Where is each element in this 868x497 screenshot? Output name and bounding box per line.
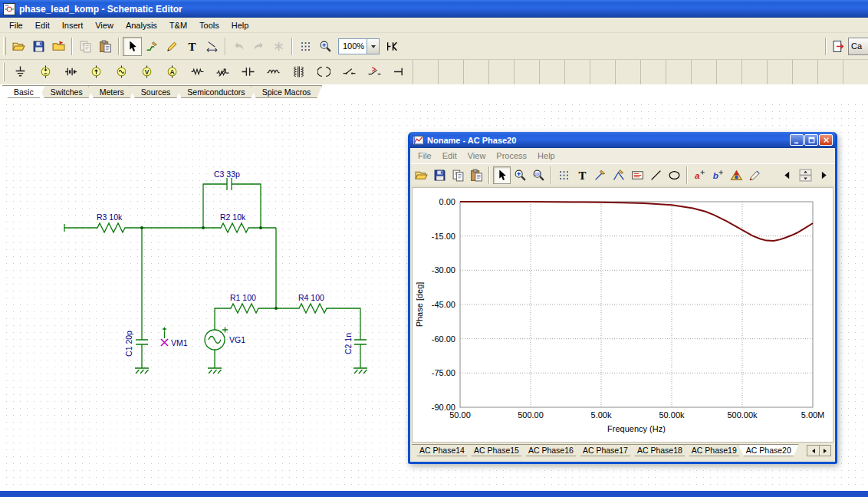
tab-scroll-left-button[interactable] bbox=[807, 446, 819, 456]
menu-file[interactable]: File bbox=[3, 18, 29, 32]
component-c3[interactable]: C3 33p bbox=[214, 170, 240, 190]
slash-button[interactable] bbox=[647, 166, 665, 184]
ground-symbols[interactable] bbox=[135, 368, 367, 374]
tab-ac-phase18[interactable]: AC Phase18 bbox=[630, 444, 690, 456]
component-r1[interactable]: R1 100 bbox=[227, 293, 262, 313]
switch-button[interactable] bbox=[337, 60, 362, 84]
tab-semiconductors[interactable]: Semiconductors bbox=[176, 85, 256, 98]
dimension-button[interactable] bbox=[202, 37, 222, 56]
toolbar-grip[interactable] bbox=[3, 37, 6, 55]
open-button[interactable] bbox=[413, 166, 430, 184]
menu-view[interactable]: View bbox=[89, 18, 120, 32]
diagram-window[interactable]: Noname - AC Phase20 FileEditViewProcessH… bbox=[408, 132, 837, 464]
component-r3[interactable]: R3 10k bbox=[94, 212, 129, 232]
diagram-menu-file[interactable]: File bbox=[413, 149, 437, 163]
menu-insert[interactable]: Insert bbox=[56, 18, 90, 32]
generator-button[interactable] bbox=[109, 60, 134, 84]
zoom-100-button[interactable]: 100 bbox=[530, 166, 547, 184]
potentiometer-button[interactable] bbox=[210, 60, 235, 84]
menu-analysis[interactable]: Analysis bbox=[120, 18, 163, 32]
tab-ac-phase14[interactable]: AC Phase14 bbox=[412, 444, 472, 456]
save-button[interactable] bbox=[29, 37, 48, 56]
palette-button[interactable] bbox=[728, 166, 745, 184]
angle-pen-button[interactable] bbox=[610, 166, 628, 184]
diagram-menu-edit[interactable]: Edit bbox=[437, 149, 462, 163]
voltmeter-button[interactable]: V bbox=[134, 60, 159, 84]
toolbar-grip[interactable] bbox=[3, 63, 5, 81]
pen-button[interactable] bbox=[746, 166, 764, 184]
chevron-down-icon[interactable] bbox=[367, 39, 379, 54]
component-c2[interactable]: C2 1n bbox=[344, 333, 367, 368]
component-vm1[interactable]: VM1 bbox=[161, 327, 188, 348]
tab-scroll-right-button[interactable] bbox=[819, 446, 830, 456]
battery-button[interactable] bbox=[58, 60, 84, 84]
line-pen-button[interactable] bbox=[592, 166, 610, 184]
controlled-switch-button[interactable] bbox=[362, 60, 387, 84]
grid-button[interactable] bbox=[296, 37, 315, 56]
ellipse-button[interactable] bbox=[666, 166, 683, 184]
maximize-button[interactable] bbox=[804, 134, 818, 146]
tab-sources[interactable]: Sources bbox=[130, 85, 182, 98]
tab-basic[interactable]: Basic bbox=[2, 85, 45, 98]
spinner-button[interactable] bbox=[797, 166, 814, 184]
text-button[interactable]: T bbox=[574, 166, 591, 184]
tab-meters[interactable]: Meters bbox=[88, 85, 136, 98]
zoom-in-button[interactable] bbox=[316, 37, 335, 56]
marker-a-button[interactable]: a bbox=[691, 166, 709, 184]
component-r2[interactable]: R2 10k bbox=[217, 212, 252, 232]
ca-button[interactable]: Ca bbox=[848, 38, 868, 55]
paste-button[interactable] bbox=[468, 166, 485, 184]
save-button[interactable] bbox=[431, 166, 449, 184]
select-button[interactable] bbox=[123, 37, 142, 56]
current-source-button[interactable] bbox=[84, 60, 109, 84]
folder-button[interactable] bbox=[49, 37, 68, 56]
zoom-select[interactable]: 100% bbox=[338, 38, 380, 54]
copy-button[interactable] bbox=[76, 37, 95, 56]
pencil-button[interactable] bbox=[163, 37, 182, 56]
ground-button[interactable] bbox=[8, 60, 33, 84]
tab-ac-phase17[interactable]: AC Phase17 bbox=[575, 444, 636, 456]
wires[interactable] bbox=[64, 184, 360, 340]
io-button[interactable] bbox=[829, 37, 848, 56]
tab-ac-phase20[interactable]: AC Phase20 bbox=[738, 444, 799, 456]
prev-button[interactable] bbox=[778, 166, 796, 184]
menu-t-m[interactable]: T&M bbox=[163, 18, 193, 32]
tab-switches[interactable]: Switches bbox=[39, 85, 94, 98]
minimize-button[interactable] bbox=[790, 134, 804, 146]
diagram-menu-process[interactable]: Process bbox=[491, 149, 532, 163]
zoom-in-button[interactable] bbox=[511, 166, 529, 184]
tab-ac-phase15[interactable]: AC Phase15 bbox=[466, 444, 527, 456]
marker-b-button[interactable]: b bbox=[709, 166, 727, 184]
tab-ac-phase16[interactable]: AC Phase16 bbox=[521, 444, 581, 456]
menu-tools[interactable]: Tools bbox=[193, 18, 225, 32]
redo-button[interactable] bbox=[249, 37, 268, 56]
diagram-menu-help[interactable]: Help bbox=[532, 149, 561, 163]
shape-button[interactable] bbox=[269, 37, 288, 56]
undo-button[interactable] bbox=[229, 37, 248, 56]
component-r4[interactable]: R4 100 bbox=[295, 293, 330, 313]
legend-button[interactable] bbox=[629, 166, 646, 184]
titlebar[interactable]: phase_lead_komp - Schematic Editor bbox=[0, 0, 868, 18]
diagram-titlebar[interactable]: Noname - AC Phase20 bbox=[410, 132, 835, 148]
ammeter-button[interactable]: A bbox=[159, 60, 185, 84]
menu-help[interactable]: Help bbox=[225, 18, 255, 32]
terminal-button[interactable] bbox=[387, 60, 413, 84]
select-button[interactable] bbox=[493, 166, 511, 184]
menu-edit[interactable]: Edit bbox=[29, 18, 56, 32]
open-button[interactable] bbox=[9, 37, 28, 56]
diagram-menu-view[interactable]: View bbox=[462, 149, 492, 163]
grid-button[interactable] bbox=[555, 166, 573, 184]
paste-button[interactable] bbox=[96, 37, 115, 56]
capacitor-button[interactable] bbox=[235, 60, 261, 84]
transformer-button[interactable] bbox=[286, 60, 311, 84]
copy-button[interactable] bbox=[449, 166, 467, 184]
text-button[interactable]: T bbox=[182, 37, 202, 56]
schematic-drawing[interactable]: R3 10k C3 33p R2 10k C1 20p VM1 VG1 bbox=[0, 100, 406, 406]
next-button[interactable] bbox=[815, 166, 833, 184]
tab-ac-phase19[interactable]: AC Phase19 bbox=[684, 444, 745, 456]
resistor-button[interactable] bbox=[185, 60, 210, 84]
component-c1[interactable]: C1 20p bbox=[124, 331, 148, 368]
tab-spice-macros[interactable]: Spice Macros bbox=[251, 85, 323, 98]
close-button[interactable] bbox=[819, 134, 833, 146]
coupled-inductor-button[interactable] bbox=[311, 60, 337, 84]
